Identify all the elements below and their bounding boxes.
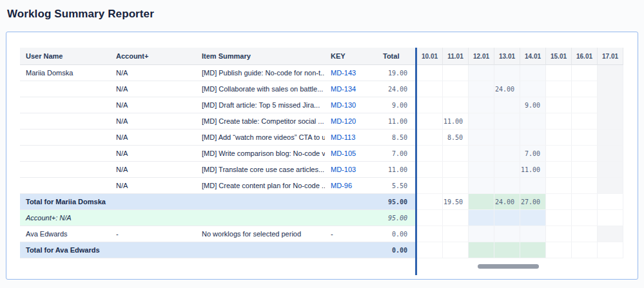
item-summary-cell: [MD] Translate core use case articles...	[196, 162, 325, 178]
date-cell	[598, 162, 623, 178]
page-title: Worklog Summary Reporter	[7, 8, 638, 21]
date-cells	[417, 242, 623, 258]
column-header-account: Account+	[110, 48, 196, 65]
date-cell	[469, 226, 494, 242]
user-name-cell	[20, 178, 110, 194]
table-row: N/A[MD] Create table: Competitor social …	[20, 113, 624, 130]
table-row: N/A[MD] Translate core use case articles…	[20, 162, 624, 178]
account-cell: N/A	[110, 162, 196, 178]
issue-key-cell: MD-105	[325, 146, 375, 162]
date-cell	[469, 130, 494, 146]
date-cells: 9.00	[417, 97, 623, 113]
issue-key-cell: MD-120	[325, 113, 375, 130]
date-column-header: 15.01	[546, 48, 572, 65]
date-cell	[546, 162, 572, 178]
date-cell	[417, 146, 443, 162]
horizontal-scrollbar-thumb[interactable]	[478, 264, 539, 269]
issue-key-link[interactable]: MD-134	[331, 85, 356, 93]
date-cell	[469, 194, 494, 210]
date-cell	[494, 65, 520, 81]
account-cell: N/A	[110, 81, 196, 97]
table-row: N/A[MD] Draft article: Top 5 missed Jira…	[20, 97, 624, 113]
date-cell	[546, 226, 572, 242]
issue-key-cell: MD-134	[325, 81, 375, 97]
total-cell: 19.00	[375, 65, 415, 81]
date-cell	[494, 97, 520, 113]
date-cell	[443, 65, 469, 81]
user-name-cell	[20, 81, 110, 97]
date-column-header: 10.01	[417, 48, 443, 65]
account-cell: N/A	[110, 113, 196, 130]
date-cells	[417, 178, 623, 194]
date-cell	[417, 113, 443, 130]
date-cell: 9.00	[520, 97, 546, 113]
table-row: N/A[MD] Add “watch more videos” CTA to u…	[20, 130, 624, 146]
date-cell	[494, 242, 520, 258]
row-label-cell: Total for Mariia Domska	[20, 194, 375, 210]
date-cell	[572, 146, 598, 162]
date-cell	[598, 226, 623, 242]
user-name-cell	[20, 130, 110, 146]
date-cell: 27.00	[520, 194, 546, 210]
date-cell	[417, 97, 443, 113]
report-card: User Name Account+ Item Summary KEY Tota…	[6, 32, 638, 280]
date-cell	[494, 146, 520, 162]
issue-key-link[interactable]: MD-120	[331, 117, 356, 125]
date-cell	[417, 242, 443, 258]
date-cell	[572, 242, 598, 258]
date-cell	[417, 210, 443, 226]
issue-key-link[interactable]: MD-103	[331, 166, 356, 173]
date-cell	[417, 226, 443, 242]
total-cell: 5.50	[375, 178, 415, 194]
date-cell	[417, 162, 443, 178]
grid-scroll-area[interactable]	[417, 258, 623, 275]
date-cell	[417, 178, 443, 194]
issue-key-link[interactable]: MD-113	[331, 133, 355, 141]
issue-key-link[interactable]: MD-130	[331, 101, 356, 109]
item-summary-cell: [MD] Create table: Competitor social ...	[196, 113, 325, 130]
total-cell: 95.00	[375, 194, 415, 210]
date-cells: 7.00	[417, 146, 623, 162]
date-cell	[598, 65, 623, 81]
user-name-cell: Ava Edwards	[20, 226, 110, 242]
date-cell	[469, 162, 494, 178]
user-name-cell	[20, 162, 110, 178]
date-cell	[469, 65, 494, 81]
table-row: Mariia DomskaN/A[MD] Publish guide: No-c…	[20, 65, 624, 81]
date-cell	[546, 130, 572, 146]
date-cells: 24.00	[417, 81, 623, 97]
date-cell	[572, 210, 598, 226]
date-cell	[520, 65, 546, 81]
total-cell: 11.00	[375, 113, 415, 130]
date-cell	[443, 162, 469, 178]
issue-key-link[interactable]: MD-105	[331, 149, 356, 157]
date-cells	[417, 65, 623, 81]
date-cell	[546, 97, 572, 113]
date-cell	[443, 146, 469, 162]
table-row: Total for Ava Edwards0.00	[20, 242, 624, 258]
issue-key-link[interactable]: MD-143	[331, 69, 356, 77]
page: Worklog Summary Reporter User Name Accou…	[6, 8, 638, 280]
issue-key-link[interactable]: MD-96	[331, 182, 352, 189]
date-cell	[443, 242, 469, 258]
date-cell	[572, 130, 598, 146]
date-cell: 24.00	[494, 81, 520, 97]
date-cell	[494, 113, 520, 130]
date-cell	[494, 210, 520, 226]
date-column-header: 11.01	[443, 48, 469, 65]
user-name-cell	[20, 97, 110, 113]
item-summary-cell: [MD] Write comparison blog: No-code v...	[196, 146, 325, 162]
item-summary-cell: [MD] Collaborate with sales on battle...	[196, 81, 325, 97]
column-header-key: KEY	[325, 48, 375, 65]
date-cell	[546, 194, 572, 210]
date-cell	[494, 162, 520, 178]
date-cell	[417, 81, 443, 97]
date-cell: 8.50	[443, 130, 469, 146]
date-cell	[598, 194, 623, 210]
date-cell	[494, 130, 520, 146]
date-cell	[417, 130, 443, 146]
total-cell: 11.00	[375, 162, 415, 178]
date-cell	[546, 210, 572, 226]
date-cell	[469, 242, 494, 258]
date-column-header: 13.01	[494, 48, 520, 65]
